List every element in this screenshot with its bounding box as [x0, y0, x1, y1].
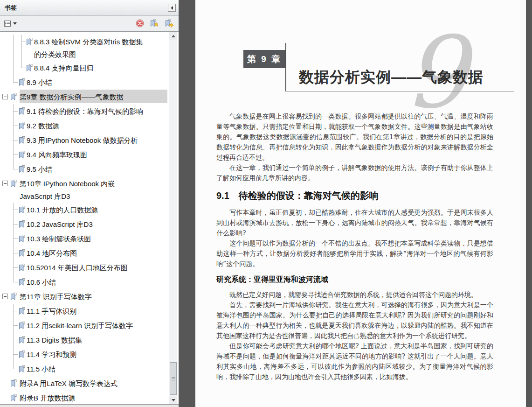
bookmark-icon [10, 93, 17, 103]
collapse-minus-icon[interactable] [2, 294, 8, 299]
bookmark-item[interactable]: 10.52014 年美国人口地区分布图 [0, 260, 167, 275]
bookmark-item[interactable]: 10.4 地区分布图 [0, 246, 167, 260]
bookmark-label: 9.2 数据源 [27, 119, 167, 132]
bookmark-item[interactable]: 第11章 识别手写体数字 [0, 289, 167, 304]
scroll-up-button[interactable] [169, 32, 177, 40]
bookmark-item[interactable]: 11.4 学习和预测 [0, 347, 167, 362]
tree-guide-stub [14, 126, 18, 126]
tree-guide-stub [14, 210, 18, 210]
bookmark-item[interactable]: 9.2 数据源 [0, 119, 167, 133]
bookmark-item[interactable]: 10.1 开放的人口数据源 [0, 203, 167, 217]
bookmark-item[interactable]: 8.8.4 支持向量回归 [0, 61, 167, 75]
collapse-panel-button[interactable] [168, 4, 176, 12]
bookmark-icon [26, 64, 33, 74]
bookmark-icon [19, 151, 25, 161]
bookmark-icon [26, 38, 33, 48]
tree-guide-line [13, 162, 14, 169]
section-heading: 9.1 待检验的假设：靠海对气候的影响 [216, 189, 493, 202]
delete-icon [136, 19, 144, 28]
list-options-icon [4, 21, 11, 27]
paragraph: 在这一章，我们通过一个简单的例子，讲解气象数据的使用方法。该例子有助于你从整体上… [216, 162, 493, 183]
tree-guide-line [13, 275, 14, 282]
paragraph: 既然已定义好问题，就需要寻找适合研究数据的系统，提供适合回答这个问题的环境。 [216, 289, 493, 300]
bookmark-item[interactable]: 9.3 用IPython Notebook 做数据分析 [0, 133, 167, 147]
tree-guide-line [13, 61, 14, 75]
up-arrow-icon [172, 35, 175, 37]
bookmark-icon [19, 206, 25, 216]
bookmark-icon [19, 136, 25, 146]
tree-guide-stub [14, 224, 18, 225]
bookmark-item[interactable]: 11.3 Digits 数据集 [0, 333, 167, 347]
bookmark-label: 10.3 绘制簇状条状图 [27, 232, 167, 245]
tree-guide-stub [14, 82, 18, 83]
chapter-badge: 第 9 章 [243, 50, 285, 68]
bookmark-item[interactable]: 8.8.3 绘制SVM 分类器对Iris 数据集 的分类效果图 [0, 35, 167, 61]
bookmark-item[interactable]: 第10章 IPython Notebook 内嵌 JavaScript 库D3 [0, 176, 167, 203]
collapse-minus-icon[interactable] [2, 181, 8, 186]
panel-scrollbar[interactable] [169, 32, 177, 404]
bookmark-label: 附录A 用LaTeX 编写数学表达式 [20, 376, 167, 390]
bookmark-label: 9.3 用IPython Notebook 做数据分析 [27, 133, 167, 147]
tree-guide-stub [14, 340, 18, 340]
bookmark-item[interactable]: 11.2 用scikit-learn 识别手写体数字 [0, 318, 167, 333]
bookmark-label: 10.1 开放的人口数据源 [27, 203, 167, 216]
bookmark-icon [19, 264, 25, 274]
paragraph: 但是你可能会考虑研究意大利的哪个地区呢? 上面说过，意大利是半岛国家，找到可研究… [216, 341, 493, 382]
locate-bookmark-button[interactable] [165, 19, 174, 28]
bookmark-icon [19, 107, 25, 117]
bookmark-item[interactable]: 8.9 小结 [0, 75, 167, 90]
bookmark-label: 10.4 地区分布图 [27, 246, 167, 260]
bookmark-label: 11.5 小结 [27, 362, 167, 375]
bookmark-item[interactable]: 9.5 小结 [0, 162, 167, 176]
scrollbar-thumb[interactable] [170, 362, 177, 395]
bookmark-item[interactable]: 11.1 手写体识别 [0, 304, 167, 318]
bookmark-icon [19, 278, 25, 288]
bookmark-icon [19, 235, 25, 245]
paragraph: 这个问题可以作为数据分析的一个不错的出发点。我不想把本章写成科学类读物，只是想借… [216, 238, 493, 269]
bookmark-label: 9.1 待检验的假设：靠海对气候的影响 [27, 104, 167, 118]
document-page[interactable]: 9 第 9 章 数据分析实例——气象数据 气象数据是在网上很容易找到的一类数据。… [195, 0, 526, 407]
bookmark-label: 11.1 手写体识别 [27, 304, 167, 317]
panel-title: 书签 [5, 0, 17, 16]
bookmark-icon [19, 322, 25, 331]
tree-guide-stub [14, 154, 18, 155]
bookmarks-panel: 书签 [0, 0, 179, 407]
bookmark-item[interactable]: 附录B 开放数据源 [0, 391, 167, 404]
bookmark-item[interactable]: 10.3 绘制簇状条状图 [0, 232, 167, 246]
bookmark-item[interactable]: 第9章 数据分析实例——气象数据 [0, 90, 167, 104]
bookmark-label: 10.2 JavaScript 库D3 [27, 217, 167, 231]
bookmark-item[interactable]: 10.6 小结 [0, 275, 167, 289]
tree-guide-line [13, 362, 14, 369]
bookmark-label: 11.3 Digits 数据集 [27, 333, 167, 346]
bookmark-item[interactable]: 附录A 用LaTeX 编写数学表达式 [0, 376, 167, 391]
bookmark-item[interactable]: 11.5 小结 [0, 362, 167, 376]
tree-guide-stub [14, 169, 18, 169]
bookmark-item[interactable]: 9.4 风向频率玫瑰图 [0, 147, 167, 162]
bookmark-label: 附录B 开放数据源 [20, 391, 167, 404]
panel-toolbar [0, 16, 179, 32]
chapter-divider-vline [285, 43, 286, 91]
scroll-down-button[interactable] [169, 396, 177, 404]
tree-guide-stub [14, 325, 18, 326]
chapter-rule [285, 91, 514, 91]
bookmark-icon [19, 122, 25, 132]
bookmark-icon [10, 180, 17, 189]
tree-guide-line [13, 75, 14, 83]
bookmark-item[interactable]: 9.1 待检验的假设：靠海对气候的影响 [0, 104, 167, 119]
panel-bottom-strip [0, 404, 179, 407]
collapse-minus-icon[interactable] [2, 94, 8, 99]
bookmark-options-button[interactable] [3, 19, 18, 28]
bookmark-icon [10, 379, 17, 389]
tree-guide-stub [14, 369, 18, 369]
bookmark-label: 11.2 用scikit-learn 识别手写体数字 [27, 318, 167, 332]
tree-guide-stub [14, 239, 18, 239]
bookmark-icon [19, 220, 25, 230]
delete-bookmark-button[interactable] [136, 19, 145, 28]
bookmark-item[interactable]: 10.2 JavaScript 库D3 [0, 217, 167, 232]
new-bookmark-button[interactable] [150, 19, 159, 28]
tree-guide-stub [14, 111, 18, 112]
tree-guide-stub [14, 140, 18, 140]
bookmark-icon [19, 165, 25, 175]
page-body: 气象数据是在网上很容易找到的一类数据。很多网站都提供以往的气压、气温、湿度和降雨… [216, 111, 493, 382]
bookmark-label: 第10章 IPython Notebook 内嵌 JavaScript 库D3 [20, 176, 167, 203]
